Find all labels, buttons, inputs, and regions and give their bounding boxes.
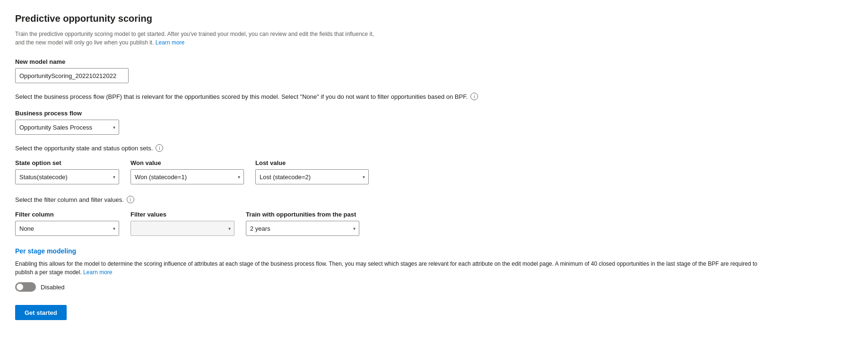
bpf-select[interactable]: Opportunity Sales Process None xyxy=(15,120,119,135)
train-group: Train with opportunities from the past 1… xyxy=(246,211,359,236)
filter-values-group: Filter values ▾ xyxy=(130,211,234,236)
filter-section-description: Select the filter column and filter valu… xyxy=(15,196,836,203)
per-stage-description: Enabling this allows for the model to de… xyxy=(15,260,772,277)
state-select[interactable]: Status(statecode) xyxy=(15,169,119,184)
state-select-wrapper: Status(statecode) ▾ xyxy=(15,169,119,184)
train-label: Train with opportunities from the past xyxy=(246,211,359,218)
won-label: Won value xyxy=(130,159,244,166)
filter-info-icon[interactable]: i xyxy=(127,196,134,203)
page-description-text: Train the predictive opportunity scoring… xyxy=(15,31,374,46)
filter-column-label: Filter column xyxy=(15,211,119,218)
per-stage-title: Per stage modeling xyxy=(15,247,836,255)
train-select-wrapper: 1 year 2 years 3 years 5 years ▾ xyxy=(246,221,359,236)
filter-values-select[interactable] xyxy=(130,221,234,236)
filter-description-text: Select the filter column and filter valu… xyxy=(15,196,124,203)
filter-column-wrapper: None ▾ xyxy=(15,221,119,236)
filter-section: Select the filter column and filter valu… xyxy=(15,196,836,236)
state-option-group: State option set Status(statecode) ▾ xyxy=(15,159,119,184)
filter-fields-row: Filter column None ▾ Filter values ▾ xyxy=(15,211,836,236)
learn-more-link[interactable]: Learn more xyxy=(156,39,184,46)
train-select[interactable]: 1 year 2 years 3 years 5 years xyxy=(246,221,359,236)
state-info-icon[interactable]: i xyxy=(156,144,163,152)
state-section-description: Select the opportunity state and status … xyxy=(15,144,836,152)
get-started-button[interactable]: Get started xyxy=(15,305,67,320)
model-name-label: New model name xyxy=(15,58,836,65)
toggle-row: Disabled xyxy=(15,282,836,292)
bpf-label: Business process flow xyxy=(15,110,836,117)
state-label: State option set xyxy=(15,159,119,166)
model-name-section: New model name xyxy=(15,58,836,83)
per-stage-toggle[interactable] xyxy=(15,282,36,292)
won-select-wrapper: Won (statecode=1) ▾ xyxy=(130,169,244,184)
lost-value-group: Lost value Lost (statecode=2) ▾ xyxy=(255,159,369,184)
per-stage-section: Per stage modeling Enabling this allows … xyxy=(15,247,836,292)
page-container: Predictive opportunity scoring Train the… xyxy=(0,0,851,333)
footer: Get started xyxy=(15,305,836,320)
lost-label: Lost value xyxy=(255,159,369,166)
toggle-thumb xyxy=(17,284,23,290)
toggle-label: Disabled xyxy=(41,284,65,291)
model-name-input[interactable] xyxy=(15,68,129,83)
bpf-info-icon[interactable]: i xyxy=(470,93,478,100)
bpf-section-description: Select the business process flow (BPF) t… xyxy=(15,93,836,100)
state-section: Select the opportunity state and status … xyxy=(15,144,836,184)
per-stage-learn-more-link[interactable]: Learn more xyxy=(83,269,112,276)
page-title: Predictive opportunity scoring xyxy=(15,13,836,24)
filter-column-group: Filter column None ▾ xyxy=(15,211,119,236)
state-description-text: Select the opportunity state and status … xyxy=(15,145,153,152)
filter-values-wrapper: ▾ xyxy=(130,221,234,236)
bpf-select-wrapper: Opportunity Sales Process None ▾ xyxy=(15,120,119,135)
filter-values-label: Filter values xyxy=(130,211,234,218)
bpf-description-text: Select the business process flow (BPF) t… xyxy=(15,93,468,100)
won-select[interactable]: Won (statecode=1) xyxy=(130,169,244,184)
filter-column-select[interactable]: None xyxy=(15,221,119,236)
bpf-field-group: Business process flow Opportunity Sales … xyxy=(15,110,836,135)
per-stage-description-text: Enabling this allows for the model to de… xyxy=(15,260,757,276)
state-fields-row: State option set Status(statecode) ▾ Won… xyxy=(15,159,836,184)
lost-select[interactable]: Lost (statecode=2) xyxy=(255,169,369,184)
lost-select-wrapper: Lost (statecode=2) ▾ xyxy=(255,169,369,184)
won-value-group: Won value Won (statecode=1) ▾ xyxy=(130,159,244,184)
page-description: Train the predictive opportunity scoring… xyxy=(15,30,374,47)
